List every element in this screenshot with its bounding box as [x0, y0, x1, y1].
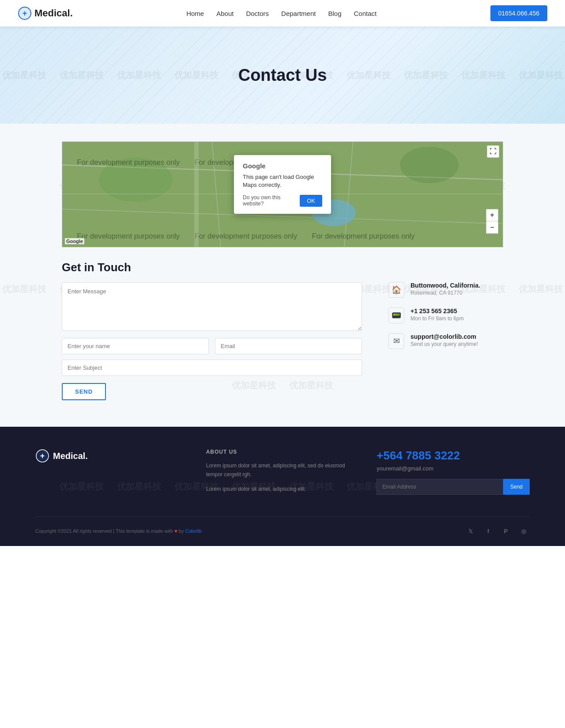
nav-doctors[interactable]: Doctors [246, 10, 269, 17]
pinterest-social-icon[interactable]: P [500, 525, 512, 537]
nav-links: Home About Doctors Department Blog Conta… [186, 10, 377, 17]
form-name-email-row [62, 338, 362, 354]
footer-contact-col: +564 7885 3222 youremail@gmail.com Send [377, 449, 530, 499]
svg-text:For development purposes only: For development purposes only [77, 158, 180, 167]
svg-text:For development purposes only: For development purposes only [77, 232, 180, 240]
map-container: For development purposes only For develo… [62, 141, 503, 247]
map-zoom-out-button[interactable]: − [486, 221, 498, 234]
svg-text:For development purposes only: For development purposes only [312, 232, 415, 240]
email-subtitle: Send us your query anytime! [411, 341, 478, 347]
newsletter-send-button[interactable]: Send [503, 479, 530, 495]
footer-logo-text: Medical. [53, 451, 88, 461]
phone-text: +1 253 565 2365 Mon to Fri 9am to 6pm [411, 307, 464, 322]
footer-logo-col: + Medical. [35, 449, 188, 499]
footer-brand-link[interactable]: Colorlib [185, 528, 202, 534]
svg-text:+: + [23, 9, 27, 18]
logo[interactable]: + Medical. [18, 6, 73, 20]
newsletter-email-input[interactable] [377, 479, 503, 495]
footer-copyright-text: Copyright ©2021 All rights reserved | Th… [35, 528, 173, 534]
svg-text:+: + [40, 451, 45, 460]
footer-logo-icon: + [35, 449, 49, 463]
footer-about-title: ABOUT US [206, 449, 359, 455]
svg-text:For development purposes only: For development purposes only [194, 232, 298, 240]
svg-line-8 [341, 142, 356, 247]
contact-form-container: Get in Touch SEND [62, 261, 362, 400]
contact-address-item: 🏠 Buttonwood, California. Rosemead, CA 9… [388, 282, 503, 298]
contact-email-item: ✉ support@colorlib.com Send us your quer… [388, 333, 503, 349]
google-maps-error-dialog: Google This page can't load Google Maps … [234, 155, 331, 214]
name-input[interactable] [62, 338, 209, 354]
facebook-social-icon[interactable]: f [482, 525, 494, 537]
footer-by-text: by [179, 528, 184, 534]
footer-about-text1: Lorem ipsum dolor sit amet, adipiscing e… [206, 461, 359, 479]
google-dialog-question: Do you own this website? [243, 194, 300, 207]
contact-form-title: Get in Touch [62, 261, 362, 274]
svg-point-10 [99, 158, 172, 202]
email-input[interactable] [215, 338, 362, 354]
footer-social-links: 𝕏 f P ◎ [464, 525, 530, 537]
address-title: Buttonwood, California. [411, 282, 480, 289]
footer-copyright: Copyright ©2021 All rights reserved | Th… [35, 528, 202, 534]
twitter-social-icon[interactable]: 𝕏 [464, 525, 477, 537]
phone-title: +1 253 565 2365 [411, 307, 464, 315]
contact-section: Get in Touch SEND 🏠 Buttonwood, Californ… [0, 247, 565, 427]
footer-newsletter: Send [377, 479, 530, 495]
navbar: + Medical. Home About Doctors Department… [0, 0, 565, 27]
svg-point-11 [400, 147, 459, 183]
logo-icon: + [18, 6, 32, 20]
google-dialog-message: This page can't load Google Maps correct… [243, 173, 322, 189]
nav-department[interactable]: Department [281, 10, 316, 17]
footer-phone-number: 7885 3222 [406, 449, 460, 462]
email-title: support@colorlib.com [411, 333, 478, 340]
footer-about-col: ABOUT US Lorem ipsum dolor sit amet, adi… [206, 449, 359, 499]
address-subtitle: Rosemead, CA 91770 [411, 290, 480, 296]
address-icon: 🏠 [388, 282, 404, 298]
footer-about-text2: Lorem ipsum dolor sit amet, adipiscing e… [206, 485, 359, 493]
hero-title: Contact Us [238, 66, 327, 85]
map-section: For development purposes only For develo… [62, 141, 503, 247]
subject-input[interactable] [62, 360, 362, 376]
map-fullscreen-button[interactable]: ⛶ [487, 145, 499, 158]
address-text: Buttonwood, California. Rosemead, CA 917… [411, 282, 480, 296]
contact-phone-item: 📟 +1 253 565 2365 Mon to Fri 9am to 6pm [388, 307, 503, 323]
phone-icon: 📟 [388, 307, 404, 323]
map-wrapper-section: 优加星科技 优加星科技 优加星科技 优加星科技 优加星科技 优加星科技 优加星科… [0, 124, 565, 247]
nav-about[interactable]: About [216, 10, 234, 17]
google-dialog-logo: Google [243, 162, 322, 170]
nav-contact[interactable]: Contact [354, 10, 377, 17]
phone-subtitle: Mon to Fri 9am to 6pm [411, 315, 464, 322]
nav-home[interactable]: Home [186, 10, 204, 17]
nav-blog[interactable]: Blog [328, 10, 341, 17]
google-dialog-ok-button[interactable]: OK [300, 195, 322, 207]
contact-info-container: 🏠 Buttonwood, California. Rosemead, CA 9… [388, 261, 503, 359]
email-text: support@colorlib.com Send us your query … [411, 333, 478, 347]
footer-phone: +564 7885 3222 [377, 449, 530, 463]
footer-phone-prefix: +564 [377, 449, 406, 462]
contact-section-wrapper: 优加星科技 优加星科技 优加星科技 优加星科技 优加星科技 优加星科技 优加星科… [0, 247, 565, 427]
map-zoom-controls: + − [486, 209, 498, 234]
google-logo: Google [65, 238, 84, 244]
footer: 优加星科技 优加星科技 优加星科技 优加星科技 优加星科技 优加星科技 优加星科… [0, 427, 565, 546]
footer-heart-icon: ♥ [174, 528, 177, 534]
send-button[interactable]: SEND [62, 383, 106, 400]
phone-cta-button[interactable]: 01654.066.456 [490, 5, 547, 21]
hero-section: 优加星科技 优加星科技 优加星科技 优加星科技 优加星科技 优加星科技 优加星科… [0, 27, 565, 124]
svg-line-7 [209, 142, 224, 247]
message-input[interactable] [62, 282, 362, 331]
footer-logo: + Medical. [35, 449, 188, 463]
map-zoom-in-button[interactable]: + [486, 209, 498, 221]
footer-email: youremail@gmail.com [377, 465, 530, 472]
logo-text: Medical. [34, 8, 73, 19]
instagram-social-icon[interactable]: ◎ [517, 525, 530, 537]
email-icon: ✉ [388, 333, 404, 349]
